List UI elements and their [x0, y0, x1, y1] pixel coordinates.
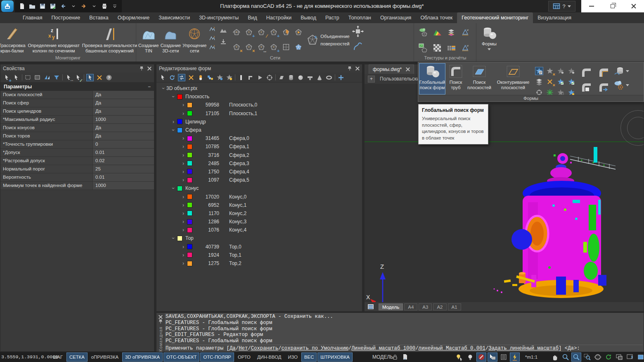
create-3d-mesh-button[interactable]: Создание 3D-сети [161, 24, 181, 55]
feature-edit-icon[interactable] [535, 67, 543, 75]
cylinder-shape-icon[interactable] [287, 74, 295, 81]
tower-verticality-button[interactable]: Проверка вертикальности башенных сооруже… [82, 24, 137, 55]
expand-icon[interactable]: › [180, 211, 186, 216]
save-as-icon[interactable] [49, 2, 57, 10]
lights-icon[interactable] [465, 353, 475, 362]
qat-customize-icon[interactable] [111, 2, 118, 10]
corner-icon[interactable] [247, 74, 254, 81]
ribbon-tab[interactable]: 3D-инструменты [194, 12, 243, 23]
color-swatch[interactable] [187, 211, 192, 216]
color-swatch[interactable] [187, 152, 192, 158]
pipe-contour-icon[interactable] [597, 66, 610, 78]
mesh-add-face-icon[interactable]: + [269, 43, 278, 52]
status-toggle[interactable]: ОРТО [235, 353, 253, 362]
color-swatch[interactable] [177, 119, 182, 124]
ribbon-tab[interactable]: Настройки [262, 12, 296, 23]
mesh-add-edge-icon[interactable]: + [269, 28, 278, 37]
selection-filter-icon[interactable] [488, 353, 497, 362]
command-option-link[interactable]: сохранить по Умолчанию [281, 345, 348, 351]
parameters-section-bar[interactable]: Параметры − [0, 83, 154, 91]
expand-icon[interactable]: › [170, 127, 176, 133]
ribbon-tab[interactable]: Топоплан [344, 12, 376, 23]
status-toggle[interactable]: ОТС-ПОЛЯР [200, 353, 234, 362]
model-space-label[interactable]: МОДЕЛЬ [372, 352, 393, 362]
color-swatch[interactable] [187, 169, 192, 174]
document-tab[interactable]: формы.dwg* [369, 64, 414, 74]
tree-group[interactable]: ›Сфера [156, 126, 362, 134]
select-window-icon[interactable] [24, 74, 32, 81]
expand-icon[interactable]: › [180, 111, 186, 116]
close-icon[interactable] [355, 66, 360, 71]
sheet-tab[interactable]: Модель [379, 303, 403, 310]
status-toggle[interactable]: ОТС-ОБЪЕКТ [163, 353, 199, 362]
sheet-tab[interactable]: A1 [448, 303, 461, 310]
point-cloud-model[interactable] [492, 144, 628, 302]
merge-surfaces-button[interactable]: + Объединение поверхностей [306, 24, 349, 55]
tree-item[interactable]: ›17020Конус,0 [156, 192, 362, 201]
command-option-link[interactable]: Нет [239, 345, 248, 351]
help-menu-icon[interactable] [568, 5, 571, 7]
crane-beam-tracing-button[interactable]: Трассировка кран-балки [0, 24, 26, 55]
pin-icon[interactable] [347, 66, 352, 71]
tree-item[interactable]: ›1097Сфера,5 [156, 176, 362, 184]
torus-shape-icon[interactable] [325, 74, 333, 81]
property-value[interactable]: 0.01 [93, 149, 154, 156]
refresh-icon[interactable] [168, 74, 176, 81]
expand-icon[interactable]: › [170, 119, 176, 125]
feature-layers-icon[interactable] [535, 78, 543, 86]
color-swatch[interactable] [187, 244, 192, 249]
ribbon-tab[interactable]: Зависимости [154, 12, 194, 23]
stars-bulb-dim-1-icon[interactable] [556, 67, 565, 75]
merge-shapes-icon[interactable] [197, 74, 204, 81]
viewports-icon[interactable] [614, 353, 624, 362]
command-option-link[interactable]: линейный Масштаб 0.001 [419, 345, 485, 351]
expand-icon[interactable]: › [180, 202, 186, 208]
command-option-link[interactable]: Линейный масштаб 1000 [351, 345, 415, 351]
status-toggle[interactable]: 3D оПРИВЯЗКА [122, 353, 163, 362]
mesh-boundary-icon[interactable] [282, 43, 291, 52]
cloud-texture-icon[interactable] [417, 26, 429, 38]
tree-group[interactable]: ›Тор [156, 234, 362, 242]
expand-icon[interactable]: › [161, 85, 166, 91]
pick-object-icon[interactable] [86, 74, 94, 81]
pipe-search-button[interactable]: Поиск труб [446, 63, 465, 95]
ribbon-tab[interactable]: Главная [18, 12, 47, 23]
tree-item[interactable]: ›3716Сфера,2 [156, 151, 362, 159]
volume-v1-icon[interactable]: V [459, 26, 471, 38]
mesh-fill-icon[interactable] [294, 43, 303, 52]
lock-icon[interactable] [391, 353, 399, 361]
apply-selection-icon[interactable]: ✓ [74, 74, 82, 81]
color-swatch[interactable] [177, 94, 182, 99]
status-toggle[interactable]: ДИН-ВВОД [254, 353, 284, 362]
annotation-scale[interactable]: *m1:1 [525, 352, 537, 362]
expand-icon[interactable]: › [180, 161, 186, 166]
ribbon-tab[interactable]: Визуализация [533, 12, 576, 23]
status-toggle[interactable]: ШАГ [50, 353, 66, 362]
mesh-transform-icon[interactable] [351, 25, 365, 38]
quick-properties-icon[interactable] [499, 353, 509, 362]
new-file-icon[interactable] [18, 2, 26, 10]
color-swatch[interactable] [187, 177, 192, 183]
regen-icon[interactable] [604, 353, 613, 362]
command-prompt[interactable]: Применить параметры [Да/Нет/Сохранить/со… [166, 345, 643, 351]
volume-s-icon[interactable]: V [459, 42, 471, 54]
run-icon[interactable] [256, 74, 264, 81]
color-swatch[interactable] [187, 161, 192, 166]
close-icon[interactable] [147, 66, 152, 71]
show-groups-icon[interactable] [206, 74, 214, 81]
surface-profile-icon[interactable] [218, 25, 229, 35]
expand-icon[interactable]: › [180, 227, 186, 233]
tree-item[interactable]: ›40739Тор,0 [156, 243, 362, 251]
status-toggle[interactable]: ШТРИХОВКА [317, 353, 353, 362]
expand-icon[interactable]: › [170, 235, 176, 241]
status-toggle[interactable]: оПРИВЯЗКА [88, 353, 121, 362]
property-value[interactable]: Да [93, 132, 154, 140]
mesh-section-icon[interactable] [232, 28, 241, 37]
new-tab-button[interactable]: + [368, 76, 375, 83]
open-file-icon[interactable] [28, 2, 36, 10]
plane-shape-icon[interactable] [278, 74, 285, 81]
sphere-shape-icon[interactable] [297, 74, 304, 81]
minimize-button[interactable] [583, 0, 600, 12]
select-similar-icon[interactable] [43, 74, 51, 81]
volumes-table-icon[interactable] [445, 42, 457, 54]
